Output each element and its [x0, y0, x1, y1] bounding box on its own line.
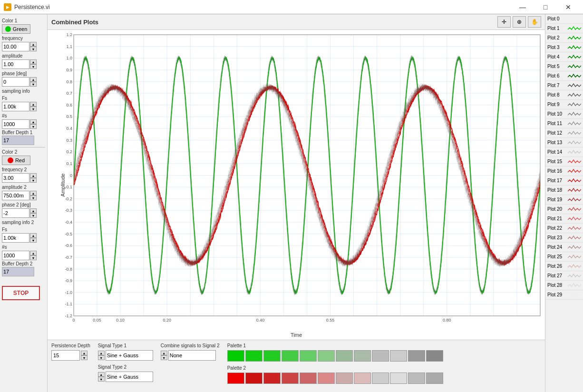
ns2-input[interactable]: [2, 251, 29, 260]
fs-up[interactable]: ▲: [30, 102, 37, 107]
combine-up[interactable]: ▲: [161, 351, 167, 355]
zoom-tool[interactable]: ⊕: [513, 16, 526, 28]
ns2-up[interactable]: ▲: [30, 251, 37, 255]
plot-list-item-29[interactable]: Plot 29: [545, 290, 583, 300]
fs2-up[interactable]: ▲: [30, 233, 37, 238]
palette1-cell-10[interactable]: [408, 350, 425, 362]
plot-list-item-28[interactable]: Plot 28: [545, 281, 583, 290]
plot-list-item-2[interactable]: Plot 2: [545, 33, 583, 43]
palette1-cell-11[interactable]: [426, 350, 443, 362]
palette2-cell-1[interactable]: [245, 372, 262, 384]
combine-down[interactable]: ▼: [161, 355, 167, 360]
plot-list-item-5[interactable]: Plot 5: [545, 62, 583, 71]
plot-list-item-17[interactable]: Plot 17: [545, 176, 583, 186]
plot-list-item-11[interactable]: Plot 11: [545, 119, 583, 128]
crosshair-tool[interactable]: ✛: [497, 16, 511, 28]
palette1-cell-0[interactable]: [227, 350, 244, 362]
signal-type2-up[interactable]: ▲: [98, 372, 105, 377]
maximize-button[interactable]: □: [534, 0, 556, 14]
ns2-down[interactable]: ▼: [30, 255, 37, 260]
palette1-cell-8[interactable]: [372, 350, 389, 362]
plot-list-item-20[interactable]: Plot 20: [545, 205, 583, 214]
palette2-cell-7[interactable]: [354, 372, 371, 384]
signal-type2-input[interactable]: [106, 372, 153, 382]
palette2-cell-2[interactable]: [263, 372, 281, 384]
frequency2-down[interactable]: ▼: [30, 178, 37, 183]
amplitude-down[interactable]: ▼: [30, 64, 37, 69]
plot-list-item-13[interactable]: Plot 13: [545, 138, 583, 147]
frequency2-up[interactable]: ▲: [30, 173, 37, 178]
frequency-up[interactable]: ▲: [30, 42, 37, 47]
plot-list-item-14[interactable]: Plot 14: [545, 147, 583, 157]
amplitude2-up[interactable]: ▲: [30, 191, 37, 196]
palette2-cell-5[interactable]: [318, 372, 335, 384]
plot-list-item-18[interactable]: Plot 18: [545, 186, 583, 195]
minimize-button[interactable]: —: [512, 0, 534, 14]
palette1-cell-3[interactable]: [282, 350, 299, 362]
palette2-cell-11[interactable]: [426, 372, 443, 384]
palette1-cell-1[interactable]: [245, 350, 262, 362]
close-button[interactable]: ✕: [557, 0, 579, 14]
phase-up[interactable]: ▲: [30, 77, 37, 82]
fs-down[interactable]: ▼: [30, 107, 37, 111]
main-chart[interactable]: [48, 30, 545, 330]
fs2-down[interactable]: ▼: [30, 238, 37, 243]
plot-list-item-22[interactable]: Plot 22: [545, 224, 583, 233]
fs2-input[interactable]: [2, 233, 29, 243]
color2-selector[interactable]: Red: [2, 156, 30, 165]
amplitude-input[interactable]: [2, 59, 29, 69]
amplitude-up[interactable]: ▲: [30, 59, 37, 64]
signal-type1-up[interactable]: ▲: [98, 351, 105, 355]
plot-list-item-15[interactable]: Plot 15: [545, 157, 583, 167]
persistence-depth-input[interactable]: [51, 350, 80, 361]
plot-list-item-1[interactable]: Plot 1: [545, 24, 583, 33]
pan-tool[interactable]: ✋: [528, 16, 541, 28]
palette2-cell-0[interactable]: [227, 372, 244, 384]
ns-input[interactable]: [2, 119, 29, 129]
palette2-cell-10[interactable]: [408, 372, 425, 384]
plot-list-item-7[interactable]: Plot 7: [545, 81, 583, 90]
palette1-cell-7[interactable]: [354, 350, 371, 362]
plot-list-item-0[interactable]: Plot 0: [545, 14, 583, 24]
plot-list-item-9[interactable]: Plot 9: [545, 100, 583, 109]
frequency-down[interactable]: ▼: [30, 47, 37, 51]
palette2-cell-3[interactable]: [282, 372, 299, 384]
phase2-up[interactable]: ▲: [30, 208, 37, 213]
plot-list-item-8[interactable]: Plot 8: [545, 90, 583, 100]
plot-list-item-6[interactable]: Plot 6: [545, 71, 583, 81]
fs-input[interactable]: [2, 102, 29, 111]
plot-list-item-26[interactable]: Plot 26: [545, 262, 583, 271]
signal-type1-down[interactable]: ▼: [98, 355, 105, 360]
color1-selector[interactable]: Green: [2, 24, 30, 34]
persistence-depth-down[interactable]: ▼: [81, 355, 87, 360]
palette2-cell-4[interactable]: [300, 372, 317, 384]
palette2-cell-8[interactable]: [372, 372, 389, 384]
signal-type1-input[interactable]: [106, 350, 153, 361]
combine-input[interactable]: [168, 350, 216, 361]
palette2-cell-6[interactable]: [336, 372, 353, 384]
plot-list-item-4[interactable]: Plot 4: [545, 52, 583, 62]
palette1-cell-5[interactable]: [318, 350, 335, 362]
palette1-cell-9[interactable]: [390, 350, 407, 362]
plot-list-item-25[interactable]: Plot 25: [545, 252, 583, 262]
plot-list-item-21[interactable]: Plot 21: [545, 214, 583, 224]
palette1-cell-4[interactable]: [300, 350, 317, 362]
phase2-down[interactable]: ▼: [30, 213, 37, 218]
plot-list-item-12[interactable]: Plot 12: [545, 128, 583, 138]
signal-type2-down[interactable]: ▼: [98, 377, 105, 382]
stop-button[interactable]: STOP: [2, 286, 40, 300]
plot-list-item-23[interactable]: Plot 23: [545, 233, 583, 243]
phase-input[interactable]: [2, 77, 29, 87]
persistence-depth-up[interactable]: ▲: [81, 351, 87, 355]
frequency2-input[interactable]: [2, 173, 29, 183]
plot-list-item-24[interactable]: Plot 24: [545, 243, 583, 252]
plot-list-item-3[interactable]: Plot 3: [545, 43, 583, 52]
palette1-cell-6[interactable]: [336, 350, 353, 362]
ns-down[interactable]: ▼: [30, 124, 37, 129]
amplitude2-down[interactable]: ▼: [30, 196, 37, 200]
frequency-input[interactable]: [2, 42, 29, 51]
plot-list-item-27[interactable]: Plot 27: [545, 271, 583, 281]
phase2-input[interactable]: [2, 208, 29, 218]
palette1-cell-2[interactable]: [263, 350, 281, 362]
amplitude2-input[interactable]: [2, 191, 29, 200]
